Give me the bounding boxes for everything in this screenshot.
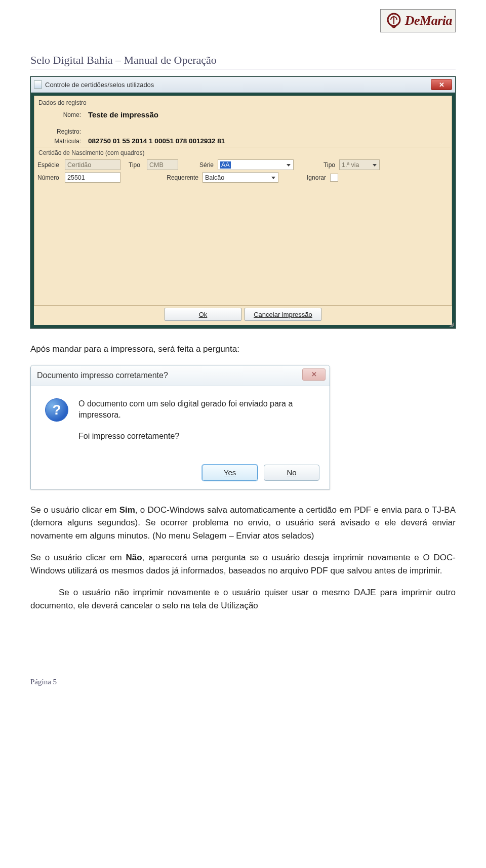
- serie-label: Série: [196, 161, 214, 169]
- close-button[interactable]: ✕: [431, 79, 452, 90]
- tipo1-field[interactable]: CMB: [147, 159, 178, 170]
- cancel-button[interactable]: Cancelar impressão: [245, 308, 321, 321]
- yes-button[interactable]: Yes: [202, 465, 258, 481]
- especie-field[interactable]: Certidão: [65, 159, 120, 170]
- tipo2-label: Tipo: [320, 161, 335, 169]
- tipo1-label: Tipo: [129, 161, 143, 169]
- group-registro-label: Dados do registro: [38, 99, 449, 106]
- nome-label: Nome:: [37, 111, 81, 118]
- window-body: Dados do registro Nome: Teste de impress…: [34, 96, 452, 306]
- paragraph: Após mandar para a impressora, será feit…: [30, 343, 456, 356]
- numero-label: Número: [37, 174, 61, 181]
- title-divider: [30, 69, 456, 69]
- window-titlebar: Controle de certidões/selos utilizados ✕: [31, 77, 455, 93]
- ok-button[interactable]: Ok: [165, 308, 241, 321]
- brand-logo: DeMaria: [380, 9, 456, 32]
- dialog-message: O documento com um selo digital gerado f…: [78, 398, 315, 452]
- head-icon: [384, 11, 404, 31]
- app-window: Controle de certidões/selos utilizados ✕…: [30, 76, 456, 328]
- nome-value: Teste de impressão: [88, 110, 158, 119]
- requerente-dropdown[interactable]: Balcão: [202, 172, 278, 183]
- paragraph: Se o usuário clicar em Sim, o DOC-Window…: [30, 504, 456, 543]
- matricula-label: Matrícula:: [37, 138, 81, 145]
- numero-field[interactable]: 25501: [65, 172, 120, 183]
- registro-label: Registro:: [37, 128, 81, 135]
- app-icon: [34, 80, 42, 89]
- dialog-title: Documento impresso corretamente?: [37, 371, 168, 380]
- dialog-close-button[interactable]: ✕: [302, 368, 326, 381]
- ignorar-checkbox[interactable]: [330, 174, 338, 182]
- requerente-label: Requerente: [166, 174, 198, 181]
- paragraph: Se o usuário clicar em Não, aparecerá um…: [30, 551, 456, 577]
- paragraph: Se o usuário não imprimir novamente e o …: [30, 586, 456, 612]
- page-footer: Página 5: [30, 678, 456, 686]
- matricula-value: 082750 01 55 2014 1 00051 078 0012932 81: [88, 137, 225, 145]
- ignorar-label: Ignorar: [305, 174, 326, 181]
- no-button[interactable]: No: [264, 465, 319, 481]
- confirm-dialog: Documento impresso corretamente? ✕ ? O d…: [30, 365, 330, 489]
- tipo2-dropdown[interactable]: 1.ª via: [339, 159, 380, 170]
- dialog-titlebar: Documento impresso corretamente? ✕: [31, 365, 330, 386]
- brand-text: DeMaria: [405, 13, 452, 28]
- resize-grip-icon[interactable]: [448, 321, 454, 327]
- group-certidao-label: Certidão de Nascimento (com quadros): [38, 149, 449, 156]
- serie-dropdown[interactable]: AA: [218, 159, 294, 170]
- question-icon: ?: [45, 398, 68, 422]
- especie-label: Espécie: [37, 161, 61, 169]
- page-title: Selo Digital Bahia – Manual de Operação: [30, 54, 456, 67]
- window-title: Controle de certidões/selos utilizados: [45, 81, 154, 89]
